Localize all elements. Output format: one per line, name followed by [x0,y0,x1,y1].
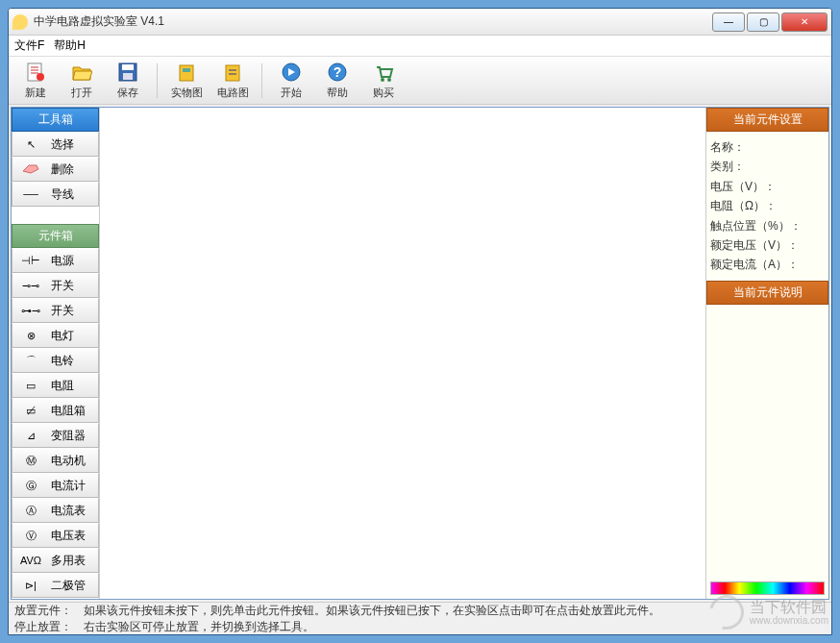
toolbar: 新建 打开 保存 实物图 电路图 开始 ? 帮助 购买 [9,57,831,105]
component-symbol-icon: AVΩ [16,555,45,566]
watermark-icon [703,588,750,635]
watermark: 当下软件园 www.downxia.com [709,595,828,630]
component-symbol-icon: Ⓜ [16,454,45,468]
prop-rated-v: 额定电压（V）： [710,235,825,255]
component-item[interactable]: ⊸⊸开关 [12,273,99,298]
canvas-area[interactable] [100,108,705,599]
component-item[interactable]: AVΩ多用表 [12,548,99,573]
menu-file[interactable]: 文件F [14,37,44,54]
wire-icon: ── [16,188,45,200]
svg-rect-5 [180,65,193,81]
svg-point-1 [37,73,44,81]
prop-voltage: 电压（V）： [710,177,825,196]
left-panel: 工具箱 ↖选择 删除 ──导线 元件箱 ⊣⊢电源⊸⊸开关⊶⊸开关⊗电灯⌒电铃▭电… [12,108,100,599]
svg-point-11 [381,78,384,82]
toolbox-header: 工具箱 [12,108,99,132]
component-symbol-icon: ⊶⊸ [16,305,45,317]
select-tool[interactable]: ↖选择 [12,132,99,157]
component-symbol-icon: ⊿ [16,430,45,442]
maximize-button[interactable]: ▢ [747,12,779,32]
component-symbol-icon: ▭ [16,380,45,392]
prop-contact: 触点位置（%）： [710,216,825,235]
component-item[interactable]: ▭̸电阻箱 [12,398,99,423]
component-symbol-icon: Ⓐ [16,504,45,518]
component-label: 电阻 [51,378,74,394]
component-label: 电灯 [51,328,74,344]
component-item[interactable]: ⊣⊢电源 [12,248,99,273]
window-title: 中学电路虚拟实验室 V4.1 [34,13,712,30]
component-label: 开关 [51,303,74,319]
componentbox-header: 元件箱 [12,224,99,248]
component-symbol-icon: ▭̸ [16,405,45,417]
component-label: 电动机 [51,453,86,469]
circuit-icon [221,61,244,84]
prop-rated-a: 额定电流（A）： [710,255,825,274]
physical-view-button[interactable]: 实物图 [165,60,208,102]
buy-icon [372,61,395,84]
physical-icon [175,61,198,84]
component-symbol-icon: ⊗ [16,330,45,342]
minimize-button[interactable]: ― [712,12,745,32]
wire-tool[interactable]: ──导线 [12,182,99,207]
component-item[interactable]: Ⓖ电流计 [12,473,99,498]
component-label: 二极管 [51,578,86,594]
component-symbol-icon: ⊸⊸ [16,280,45,292]
titlebar: 中学电路虚拟实验室 V4.1 ― ▢ ✕ [9,9,831,36]
cursor-icon: ↖ [16,138,45,151]
component-symbol-icon: ⊳| [16,580,45,592]
component-symbol-icon: ⊣⊢ [16,255,45,267]
svg-rect-7 [226,65,239,81]
menu-help[interactable]: 帮助H [54,37,86,54]
component-label: 电压表 [51,528,86,544]
open-icon [70,61,93,84]
component-symbol-icon: Ⓥ [16,529,45,543]
app-icon [12,14,28,30]
help-button[interactable]: ? 帮助 [316,60,358,102]
save-icon [116,61,139,84]
menubar: 文件F 帮助H [9,36,831,57]
svg-text:?: ? [334,64,342,80]
save-button[interactable]: 保存 [107,60,149,102]
close-button[interactable]: ✕ [781,12,828,32]
component-item[interactable]: ⊿变阻器 [12,423,99,448]
component-item[interactable]: ▭电阻 [12,373,99,398]
prop-category: 类别： [710,157,825,176]
status-line1: 放置元件： 如果该元件按钮未按下，则先单击此元件按钮。如果该元件按钮已按下，在实… [14,603,826,619]
start-button[interactable]: 开始 [270,60,312,102]
prop-resistance: 电阻（Ω）： [710,196,825,215]
svg-rect-4 [123,73,133,80]
component-label: 电源 [51,253,74,269]
svg-rect-6 [183,68,190,72]
component-label: 开关 [51,278,74,294]
component-item[interactable]: Ⓜ电动机 [12,448,99,473]
new-icon [24,61,47,84]
component-symbol-icon: ⌒ [16,354,45,368]
component-item[interactable]: ⊶⊸开关 [12,298,99,323]
right-panel: 当前元件设置 名称： 类别： 电压（V）： 电阻（Ω）： 触点位置（%）： 额定… [705,108,828,599]
buy-button[interactable]: 购买 [362,60,405,102]
desc-header: 当前元件说明 [706,281,828,305]
component-label: 电流表 [51,503,86,519]
open-button[interactable]: 打开 [61,60,103,102]
delete-tool[interactable]: 删除 [12,157,99,182]
circuit-view-button[interactable]: 电路图 [211,60,254,102]
status-bar: 放置元件： 如果该元件按钮未按下，则先单击此元件按钮。如果该元件按钮已按下，在实… [9,602,831,634]
component-item[interactable]: ⊗电灯 [12,323,99,348]
component-item[interactable]: ⌒电铃 [12,348,99,373]
new-button[interactable]: 新建 [14,60,57,102]
component-item[interactable]: Ⓥ电压表 [12,523,99,548]
component-item[interactable]: Ⓐ电流表 [12,498,99,523]
color-bar[interactable] [710,581,825,595]
prop-name: 名称： [710,137,825,157]
component-label: 电流计 [51,478,86,494]
component-label: 电铃 [51,353,74,369]
status-line2: 停止放置： 右击实验区可停止放置，并切换到选择工具。 [14,619,826,635]
start-icon [280,61,303,84]
svg-point-12 [387,78,391,82]
component-item[interactable]: ⊳|二极管 [12,573,99,598]
component-symbol-icon: Ⓖ [16,479,45,493]
desc-body [706,305,828,581]
component-label: 变阻器 [51,428,86,444]
svg-rect-3 [122,64,134,70]
component-label: 多用表 [51,553,86,569]
